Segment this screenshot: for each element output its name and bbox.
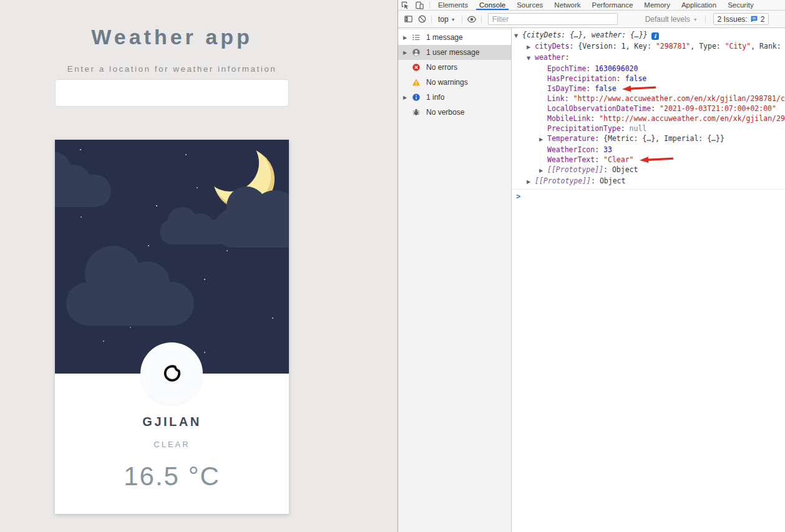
console-text: "City" (725, 42, 751, 51)
console-line: ▶[[Prototype]]: Object (512, 176, 785, 187)
console-text: "http://www.accuweather.com/en/xk/gjilan… (599, 114, 785, 123)
console-text: : (586, 64, 595, 73)
console-text: [[Prototype]] (535, 177, 591, 185)
console-text: Temperature (547, 134, 595, 143)
inspect-element-icon[interactable] (398, 0, 412, 11)
error-icon (411, 63, 421, 72)
temperature-value: 16.5 °C (55, 462, 289, 491)
console-line: ▶Temperature: {Metric: {…}, Imperial: {…… (512, 133, 785, 145)
issues-button[interactable]: 2 Issues: 2 (713, 13, 769, 25)
devtools-panel: ElementsConsoleSourcesNetworkPerformance… (397, 0, 785, 532)
page-title: Weather app (55, 25, 289, 49)
divider (431, 16, 432, 23)
console-text: 1630696020 (595, 64, 638, 73)
console-line: ▼{cityDets: {…}, weather: {…}}i (512, 30, 785, 41)
info-badge-icon: i (651, 32, 659, 40)
divider (705, 16, 706, 23)
expand-triangle-icon[interactable]: ▶ (403, 50, 411, 56)
clear-night-moon-icon (160, 362, 183, 385)
tab-application[interactable]: Application (676, 0, 722, 10)
disclosure-triangle-icon[interactable]: ▼ (527, 54, 535, 64)
console-text: EpochTime (547, 64, 586, 73)
console-text: LocalObservationDateTime (547, 104, 651, 113)
console-text: MobileLink (547, 114, 590, 123)
console-text: : (617, 74, 625, 83)
filter-input[interactable] (488, 13, 618, 25)
console-text: , Rank: (751, 42, 785, 51)
console-sidebar-item[interactable]: No errors (398, 60, 511, 75)
verbose-icon (411, 108, 421, 117)
sidebar-item-label: 1 user message (426, 48, 479, 57)
disclosure-triangle-icon[interactable]: ▶ (539, 166, 547, 176)
tab-memory[interactable]: Memory (638, 0, 676, 10)
divider (481, 16, 482, 23)
console-text: "http://www.accuweather.com/en/xk/gjilan… (573, 94, 785, 103)
issues-count: 2 (761, 15, 765, 24)
location-label: Enter a location for weather information (55, 64, 289, 74)
console-text: Object (612, 165, 638, 174)
console-sidebar-item[interactable]: ▶1 message (398, 30, 511, 45)
sidebar-item-label: 1 message (426, 33, 463, 42)
device-toolbar-icon[interactable] (412, 0, 427, 11)
tab-security[interactable]: Security (722, 0, 759, 10)
log-levels-dropdown[interactable]: Default levels (645, 15, 690, 24)
console-text: "Clear" (603, 155, 633, 164)
location-input[interactable] (55, 79, 289, 107)
console-line: MobileLink: "http://www.accuweather.com/… (512, 114, 785, 123)
info-icon (411, 93, 421, 102)
weather-app-page: Weather app Enter a location for weather… (0, 0, 397, 532)
tab-console[interactable]: Console (474, 0, 511, 10)
console-sidebar-item[interactable]: ▶1 info (398, 90, 511, 105)
annotation-arrow-icon (622, 84, 656, 93)
console-text: false (625, 74, 647, 83)
console-line: ▼weather: (512, 52, 785, 64)
disclosure-triangle-icon[interactable]: ▶ (527, 42, 535, 52)
console-sidebar-item[interactable]: ▶1 user message (398, 45, 511, 60)
console-line: HasPrecipitation: false (512, 74, 785, 84)
console-text: [[Prototype]] (547, 165, 603, 174)
console-text: PrecipitationType (547, 124, 621, 133)
console-text: : (586, 84, 595, 93)
dock-side-icon[interactable] (401, 12, 415, 26)
sidebar-item-label: No warnings (426, 78, 468, 87)
issues-label: 2 Issues: (718, 15, 748, 24)
console-text: "298781" (656, 42, 690, 51)
console-text: weather (535, 53, 565, 62)
console-text: IsDayTime (547, 84, 586, 93)
disclosure-triangle-icon[interactable]: ▶ (539, 135, 547, 145)
console-text: HasPrecipitation (547, 74, 617, 83)
console-text: : (651, 104, 660, 113)
console-text: "2021-09-03T21:07:00+02:00" (660, 104, 776, 113)
clear-console-icon[interactable] (415, 12, 429, 26)
console-text: 33 (603, 145, 612, 154)
tab-network[interactable]: Network (549, 0, 586, 10)
console-text: false (595, 84, 617, 93)
console-line: IsDayTime: false (512, 84, 785, 94)
console-text: : (595, 155, 603, 164)
disclosure-triangle-icon[interactable]: ▼ (514, 31, 522, 41)
condition-text: CLEAR (55, 440, 289, 449)
console-line: ▶[[Prototype]]: Object (512, 165, 785, 176)
console-text: : {Version: (569, 42, 621, 51)
console-text: : (590, 114, 599, 123)
tab-performance[interactable]: Performance (587, 0, 639, 10)
disclosure-triangle-icon[interactable]: ▶ (527, 177, 535, 187)
console-text: : (591, 177, 600, 185)
console-sidebar-item[interactable]: No verbose (398, 105, 511, 120)
expand-triangle-icon[interactable]: ▶ (403, 95, 411, 100)
console-line: Link: "http://www.accuweather.com/en/xk/… (512, 94, 785, 104)
live-expression-eye-icon[interactable] (465, 12, 479, 26)
console-prompt[interactable]: > (512, 189, 785, 201)
devtools-tabbar: ElementsConsoleSourcesNetworkPerformance… (398, 0, 785, 11)
console-sidebar: ▶1 message▶1 user messageNo errorsNo war… (398, 28, 512, 532)
console-line: PrecipitationType: null (512, 123, 785, 133)
context-selector[interactable]: top (438, 15, 449, 24)
console-sidebar-item[interactable]: No warnings (398, 75, 511, 90)
list-icon (411, 33, 421, 42)
console-line: WeatherText: "Clear" (512, 155, 785, 165)
tab-sources[interactable]: Sources (511, 0, 549, 10)
tab-elements[interactable]: Elements (432, 0, 474, 10)
console-text: cityDets (535, 42, 569, 51)
divider (462, 16, 462, 23)
expand-triangle-icon[interactable]: ▶ (403, 35, 411, 41)
